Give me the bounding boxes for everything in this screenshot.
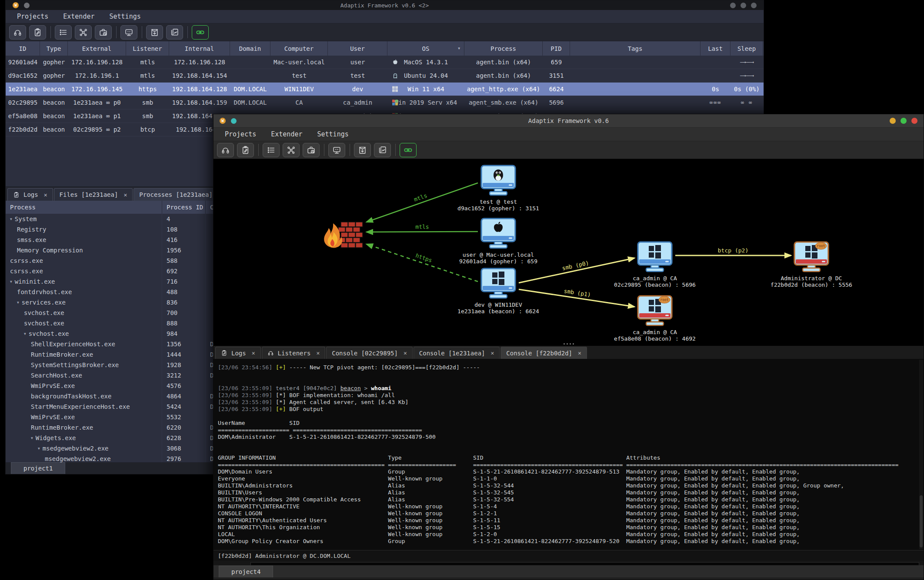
close-button[interactable] <box>751 3 757 8</box>
column-header-process[interactable]: Process <box>464 41 543 56</box>
link-button[interactable] <box>400 143 417 157</box>
menu-projects[interactable]: Projects <box>17 13 48 20</box>
session-graph[interactable]: mtlsmtlshttpssmb (p0)smb (p1)btcp (p2)te… <box>213 159 924 346</box>
expand-arrow-icon[interactable]: ▼ <box>10 280 12 284</box>
column-header-internal[interactable]: Internal <box>169 41 230 56</box>
agent-node-02c29895[interactable]: ca_admin @ CA02c29895 (beacon) : 5696 <box>609 241 701 288</box>
monitor-button[interactable] <box>328 143 345 157</box>
menu-settings[interactable]: Settings <box>317 130 349 138</box>
link-button[interactable] <box>192 25 209 40</box>
back-titlebar[interactable]: W Adaptix Framework v0.6 <2> <box>6 0 764 10</box>
column-header-last[interactable]: Last <box>701 41 731 56</box>
list-button[interactable] <box>263 143 280 157</box>
cell-user: dev <box>328 83 387 96</box>
pages-button[interactable] <box>374 143 391 157</box>
tab-logs[interactable]: Logs✕ <box>215 347 261 359</box>
column-header-listener[interactable]: Listener <box>126 41 169 56</box>
clipboard-button[interactable] <box>237 143 254 157</box>
close-tab-icon[interactable]: ✕ <box>491 350 494 356</box>
column-header-external[interactable]: External <box>68 41 126 56</box>
console-scrollbar[interactable] <box>919 360 923 549</box>
close-tab-icon[interactable]: ✕ <box>578 350 581 356</box>
cell-tags <box>570 69 701 82</box>
console-line: [23/06 23:54:56] [+] ----- New TCP pivot… <box>218 364 924 371</box>
pages-button[interactable] <box>166 25 183 40</box>
minimize-button[interactable] <box>890 118 896 124</box>
column-header-pid[interactable]: PID <box>543 41 570 56</box>
monitor-icon <box>124 28 133 37</box>
column-header-id[interactable]: ID <box>6 41 40 56</box>
console-line <box>218 441 924 447</box>
envelope-down-button[interactable] <box>354 143 371 157</box>
close-tab-icon[interactable]: ✕ <box>252 350 255 356</box>
front-window: W Adaptix Framework v0.6 ProjectsExtende… <box>213 114 924 580</box>
expand-arrow-icon[interactable]: ▼ <box>31 436 33 440</box>
close-tab-icon[interactable]: ✕ <box>404 350 407 356</box>
cell-process: agent_smb.exe (x64) <box>464 96 543 109</box>
headphones-button[interactable] <box>9 25 26 40</box>
expand-arrow-icon[interactable]: ▼ <box>38 447 40 451</box>
expand-arrow-icon[interactable]: ▼ <box>10 217 12 221</box>
close-tab-icon[interactable]: ✕ <box>123 192 127 198</box>
expand-arrow-icon[interactable]: ▼ <box>17 301 19 305</box>
close-tab-icon[interactable]: ✕ <box>44 192 47 198</box>
briefcase-clock-button[interactable] <box>303 143 320 157</box>
menu-settings[interactable]: Settings <box>110 13 141 20</box>
menu-projects[interactable]: Projects <box>225 130 256 138</box>
agent-row-1e231aea[interactable]: 1e231aeabeacon172.16.196.145https192.168… <box>6 83 764 96</box>
tab-files-1e231aea-[interactable]: Files [1e231aea]✕ <box>54 188 133 201</box>
project-tab[interactable]: project1 <box>11 462 65 474</box>
envelope-down-button[interactable] <box>146 25 163 40</box>
cell-process-id: 5424 <box>162 401 206 412</box>
agent-node-f22b0d2d[interactable]: rootAdministrator @ DCf22b0d2d (beacon) … <box>766 241 857 288</box>
briefcase-clock-button[interactable] <box>95 25 112 40</box>
cell-process-id: 1956 <box>162 245 206 255</box>
agent-row-02c29895[interactable]: 02c29895beacon1e231aea ∞ p0smb192.168.16… <box>6 96 764 109</box>
headphones-button[interactable] <box>217 143 234 157</box>
column-header-process-id[interactable]: Process ID <box>162 201 206 214</box>
maximize-button[interactable] <box>901 118 907 124</box>
tab-console-02c29895-[interactable]: Console [02c29895]✕ <box>326 347 413 359</box>
project-tab[interactable]: project4 <box>219 566 273 577</box>
close-button[interactable] <box>911 118 917 124</box>
agent-row-92601ad4[interactable]: 92601ad4gopher172.16.196.128mtls172.16.1… <box>6 56 764 69</box>
column-header-process[interactable]: Process <box>6 201 162 214</box>
tab-console-f22b0d2d-[interactable]: Console [f22b0d2d]✕ <box>500 347 587 359</box>
cell-last: ∞∞∞ <box>701 96 731 109</box>
agent-node-92601ad4[interactable]: user @ Mac-user.local92601ad4 (gopher) :… <box>453 218 544 265</box>
apple-icon <box>392 59 399 66</box>
column-header-computer[interactable]: Computer <box>270 41 328 56</box>
menu-extender[interactable]: Extender <box>63 13 94 20</box>
agent-node-ef5a8e08[interactable]: rootca_admin @ CAef5a8e08 (beacon) : 469… <box>609 295 701 342</box>
cell-process: ShellExperienceHost.exe <box>6 339 162 349</box>
column-header-type[interactable]: Type <box>40 41 68 56</box>
list-button[interactable] <box>55 25 72 40</box>
column-header-os[interactable]: OS▼ <box>387 41 464 56</box>
tab-console-1e231aea-[interactable]: Console [1e231aea]✕ <box>414 347 500 359</box>
agent-node-1e231aea[interactable]: dev @ WIN11DEV1e231aea (beacon) : 6624 <box>453 268 544 315</box>
monitor-button[interactable] <box>120 25 137 40</box>
graph-button[interactable] <box>283 143 300 157</box>
agent-row-d9ac1652[interactable]: d9ac1652gopher172.16.196.1mtls192.168.16… <box>6 69 764 83</box>
column-header-user[interactable]: User <box>328 41 387 56</box>
tab-listeners[interactable]: Listeners✕ <box>262 347 326 359</box>
column-header-sleep[interactable]: Sleep <box>731 41 763 56</box>
minimize-button[interactable] <box>730 3 736 8</box>
node-sublabel: 02c29895 (beacon) : 5696 <box>609 282 701 288</box>
expand-arrow-icon[interactable]: ▼ <box>24 332 26 336</box>
graph-button[interactable] <box>75 25 92 40</box>
cell-internal: 172.16.196.128 <box>169 56 230 69</box>
front-titlebar[interactable]: W Adaptix Framework v0.6 <box>213 114 924 128</box>
splitter-handle[interactable] <box>564 343 574 345</box>
console-output[interactable]: [23/06 23:54:56] [+] ----- New TCP pivot… <box>213 359 924 550</box>
clipboard-button[interactable] <box>29 25 46 40</box>
agent-node-d9ac1652[interactable]: test @ testd9ac1652 (gopher) : 3151 <box>453 165 544 212</box>
console-line <box>218 371 924 378</box>
menu-extender[interactable]: Extender <box>271 130 302 138</box>
column-header-tags[interactable]: Tags <box>570 41 701 56</box>
tab-logs[interactable]: Logs✕ <box>7 188 53 201</box>
maximize-button[interactable] <box>741 3 746 8</box>
cell-external: 172.16.196.128 <box>68 56 126 69</box>
close-tab-icon[interactable]: ✕ <box>316 350 320 356</box>
column-header-domain[interactable]: Domain <box>230 41 270 56</box>
